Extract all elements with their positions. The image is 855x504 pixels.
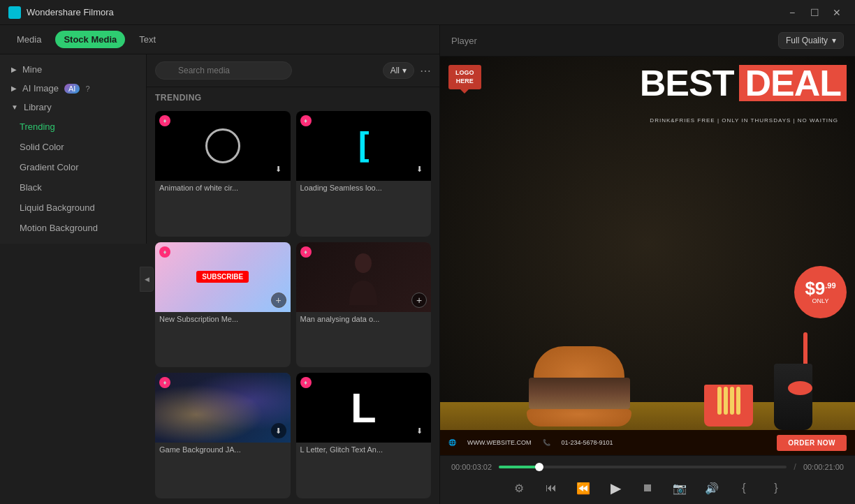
premium-badge-6: ♦ (300, 377, 312, 388)
title-bar-left: Wondershare Filmora (8, 6, 114, 19)
maximize-button[interactable]: ☐ (805, 3, 824, 22)
bracket-left-button[interactable]: { (733, 477, 754, 498)
settings-button[interactable]: ⚙ (509, 477, 529, 498)
media-card-letter[interactable]: ♦ L ⬇ L Letter, Glitch Text An... (296, 373, 432, 498)
player-label: Player (451, 36, 477, 46)
download-icon-game[interactable]: ⬇ (271, 423, 286, 438)
media-card-name-letter: L Letter, Glitch Text An... (296, 443, 432, 458)
game-particles (155, 373, 291, 443)
arrow-icon: ▶ (11, 66, 17, 73)
progress-fill (499, 466, 539, 468)
sidebar-item-library[interactable]: ▼ Library (0, 98, 146, 117)
premium-badge: ♦ (159, 115, 170, 126)
sidebar-item-mine[interactable]: ▶ Mine (0, 60, 146, 79)
media-card-game[interactable]: ♦ ⬇ Game Background JA... (155, 373, 291, 498)
media-thumb-loading: ♦ [ ⬇ (296, 111, 432, 181)
sidebar-wrapper: ▶ Mine ▶ AI Image AI ? ▼ Library Trend (0, 54, 147, 504)
step-back-button[interactable]: ⏪ (573, 477, 594, 498)
filter-dropdown[interactable]: All ▾ (383, 62, 414, 79)
fry-2 (724, 387, 728, 415)
premium-badge-4: ♦ (300, 246, 312, 258)
ad-footer: 🌐 WWW.WEBSITE.COM 📞 01-234-5678-9101 ORD… (440, 430, 855, 455)
ad-footer-phone-icon: 📞 (543, 439, 550, 446)
trending-section-label: TRENDING (147, 87, 439, 105)
add-icon-person[interactable]: + (411, 292, 427, 308)
premium-badge-2: ♦ (300, 115, 312, 126)
burger-fill (529, 378, 630, 409)
window-controls: − ☐ ✕ (782, 3, 847, 22)
snapshot-button[interactable]: 📷 (669, 477, 690, 498)
more-options-button[interactable]: ⋯ (420, 64, 431, 77)
ad-footer-globe-icon: 🌐 (448, 439, 456, 446)
sidebar-black-label: Black (20, 182, 42, 193)
minimize-button[interactable]: − (782, 3, 802, 22)
controls-row: ⚙ ⏮ ⏪ ▶ ⏹ 📷 🔊 { } (451, 477, 844, 498)
quality-dropdown[interactable]: Full Quality ▾ (778, 32, 844, 49)
add-icon[interactable]: + (271, 292, 286, 308)
media-area: 🔍 All ▾ ⋯ TRENDING ♦ (147, 54, 439, 504)
fries-box (704, 385, 753, 427)
media-thumb-letter: ♦ L ⬇ (296, 373, 432, 443)
tab-stock-media[interactable]: Stock Media (55, 31, 125, 48)
premium-badge-3: ♦ (159, 246, 170, 258)
download-icon-letter[interactable]: ⬇ (411, 423, 427, 438)
svg-point-0 (355, 253, 372, 273)
sidebar-ai-label: AI Image (22, 83, 59, 94)
panel-inner: ▶ Mine ▶ AI Image AI ? ▼ Library Trend (0, 54, 439, 504)
ad-headline-deal: DEAL (739, 65, 847, 101)
person-silhouette (342, 249, 384, 305)
progress-thumb (535, 463, 543, 471)
subscribe-btn: SUBSCRIBE (196, 271, 249, 283)
sidebar-item-trending[interactable]: Trending (0, 117, 146, 137)
sidebar: ▶ Mine ▶ AI Image AI ? ▼ Library Trend (0, 54, 147, 244)
app-title: Wondershare Filmora (27, 7, 114, 17)
filter-label: All (390, 66, 400, 75)
anim-circle (205, 128, 240, 163)
search-input[interactable] (155, 61, 292, 80)
rewind-button[interactable]: ⏮ (541, 477, 562, 498)
sidebar-item-solid-color[interactable]: Solid Color (0, 137, 146, 157)
sidebar-item-black[interactable]: Black (0, 177, 146, 198)
close-button[interactable]: ✕ (827, 3, 847, 22)
sidebar-item-motion-bg[interactable]: Motion Background (0, 218, 146, 238)
download-icon-2[interactable]: ⬇ (411, 161, 427, 177)
search-bar: 🔍 All ▾ ⋯ (147, 54, 439, 87)
sidebar-item-gradient-color[interactable]: Gradient Color (0, 157, 146, 177)
media-card-loading[interactable]: ♦ [ ⬇ Loading Seamless loo... (296, 111, 432, 237)
progress-track[interactable] (499, 466, 787, 468)
download-icon[interactable]: ⬇ (271, 161, 286, 177)
sidebar-liquid-label: Liquid Background (20, 202, 95, 213)
tab-text[interactable]: Text (131, 31, 164, 48)
sidebar-motion-label: Motion Background (20, 223, 98, 233)
quality-label: Full Quality (786, 36, 828, 45)
ad-website: WWW.WEBSITE.COM (467, 439, 532, 446)
ad-price-only: ONLY (812, 297, 829, 305)
media-card-subscribe[interactable]: ♦ SUBSCRIBE + New Subscription Me... (155, 242, 291, 368)
sidebar-gradient-label: Gradient Color (20, 162, 79, 172)
arrow-icon-library: ▼ (11, 103, 18, 111)
media-thumb-person: ♦ + (296, 242, 432, 312)
media-card-name-loading: Loading Seamless loo... (296, 181, 432, 196)
time-current: 00:00:03:02 (451, 463, 492, 471)
bracket-right-button[interactable]: } (766, 477, 787, 498)
chevron-down-icon-quality: ▾ (832, 36, 836, 45)
player-area: LOGO HERE BEST DEAL DRINK&FRIES FREE | O… (440, 57, 855, 455)
stop-button[interactable]: ⏹ (637, 477, 658, 498)
play-button[interactable]: ▶ (605, 477, 626, 498)
app-icon (8, 6, 21, 19)
media-card-name-subscribe: New Subscription Me... (155, 312, 291, 327)
sidebar-item-ai-image[interactable]: ▶ AI Image AI ? (0, 79, 146, 98)
media-card-anim[interactable]: ♦ ⬇ Animation of white cir... (155, 111, 291, 237)
tab-media[interactable]: Media (8, 31, 50, 48)
volume-button[interactable]: 🔊 (701, 477, 722, 498)
media-thumb-anim: ♦ ⬇ (155, 111, 291, 181)
media-card-person[interactable]: ♦ + Man analysing data o... (296, 242, 432, 368)
sidebar-collapse-button[interactable]: ◀ (140, 267, 154, 292)
ad-price-dollar: $9 (805, 279, 825, 297)
ad-logo-line2: HERE (455, 77, 474, 86)
sidebar-item-liquid-bg[interactable]: Liquid Background (0, 198, 146, 218)
fry-3 (730, 387, 734, 415)
ad-preview: LOGO HERE BEST DEAL DRINK&FRIES FREE | O… (440, 57, 855, 455)
burger-bun-top (534, 346, 624, 381)
tab-bar: Media Stock Media Text (0, 25, 439, 54)
